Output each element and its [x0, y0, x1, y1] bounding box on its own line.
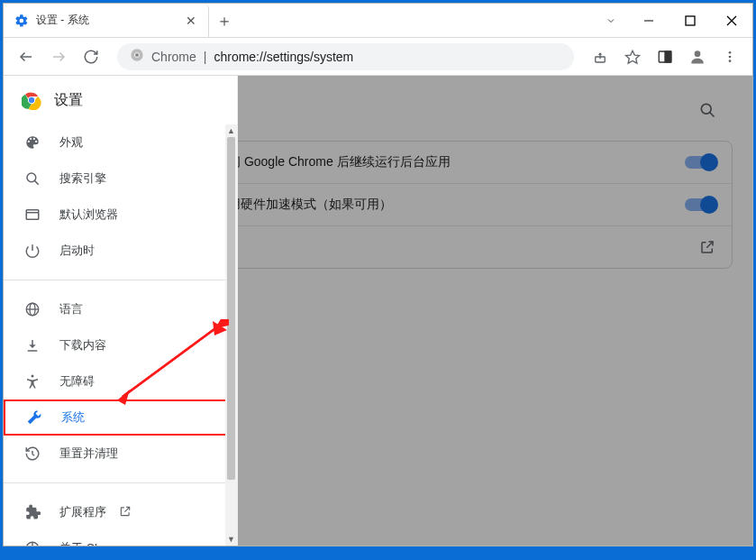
menu-button[interactable]	[716, 43, 743, 70]
sidebar-item-label: 默认浏览器	[59, 207, 118, 223]
dimmed-overlay	[238, 76, 752, 546]
search-icon	[23, 170, 41, 188]
new-tab-button[interactable]: ＋	[209, 4, 240, 37]
minimize-button[interactable]	[628, 4, 669, 37]
sidebar-item-search-engine[interactable]: 搜索引擎	[4, 161, 226, 197]
chrome-icon	[23, 539, 41, 546]
tab-close-button[interactable]: ✕	[183, 13, 199, 29]
sidebar-item-label: 下载内容	[59, 337, 106, 353]
tab-title: 设置 - 系统	[36, 13, 176, 28]
separator	[4, 280, 237, 280]
sidebar-item-system[interactable]: 系统	[4, 399, 230, 436]
palette-icon	[23, 133, 41, 151]
svg-point-31	[32, 375, 34, 378]
scroll-thumb[interactable]	[227, 137, 235, 480]
external-link-icon	[119, 505, 132, 520]
back-button[interactable]	[13, 43, 40, 70]
address-bar[interactable]: Chrome | chrome://settings/system	[117, 43, 574, 70]
sidebar-scrollbar[interactable]: ▲ ▼	[225, 124, 237, 546]
browser-window: 设置 - 系统 ✕ ＋ Chrome | chro	[3, 3, 753, 546]
sidebar-item-on-startup[interactable]: 启动时	[4, 233, 226, 269]
maximize-button[interactable]	[669, 4, 711, 37]
forward-button[interactable]	[45, 43, 72, 70]
wrench-icon	[25, 409, 43, 427]
browser-icon	[23, 206, 41, 224]
content-area: 设置 外观 搜索引擎 默认浏览器 启动时	[4, 76, 752, 546]
scroll-up-arrow[interactable]: ▲	[225, 124, 237, 137]
chrome-icon	[130, 48, 144, 65]
sidebar-item-label: 重置并清理	[59, 445, 118, 462]
url-path: chrome://settings/system	[214, 50, 353, 64]
sidebar-item-label: 系统	[61, 409, 85, 426]
svg-rect-23	[26, 210, 39, 220]
close-window-button[interactable]	[711, 4, 752, 37]
svg-rect-13	[665, 51, 671, 62]
sidebar-item-accessibility[interactable]: 无障碍	[4, 363, 226, 399]
settings-main: 关闭 Google Chrome 后继续运行后台应用 使用硬件加速模式（如果可用…	[238, 76, 752, 546]
sidebar-item-appearance[interactable]: 外观	[4, 124, 226, 161]
globe-icon	[23, 300, 41, 318]
svg-point-14	[695, 50, 701, 57]
svg-line-33	[32, 454, 34, 456]
sidebar-item-languages[interactable]: 语言	[4, 291, 226, 327]
sidebar-item-default-browser[interactable]: 默认浏览器	[4, 197, 226, 233]
titlebar: 设置 - 系统 ✕ ＋	[4, 4, 752, 38]
svg-rect-1	[686, 16, 695, 25]
sidebar-item-label: 语言	[59, 301, 83, 317]
chrome-logo-icon	[22, 90, 41, 110]
separator	[4, 482, 237, 483]
svg-marker-11	[626, 50, 640, 63]
sidebar-item-reset[interactable]: 重置并清理	[4, 436, 226, 472]
restore-icon	[23, 445, 41, 463]
browser-tab[interactable]: 设置 - 系统 ✕	[4, 4, 209, 37]
svg-point-16	[729, 55, 732, 58]
scroll-down-arrow[interactable]: ▼	[225, 533, 237, 546]
sidebar-header: 设置	[4, 76, 237, 124]
sidebar-item-downloads[interactable]: 下载内容	[4, 327, 226, 363]
sidebar-item-label: 关于 Chrome	[59, 540, 128, 546]
sidebar-item-extensions[interactable]: 扩展程序	[4, 494, 226, 530]
svg-point-17	[729, 60, 732, 62]
side-panel-button[interactable]	[651, 43, 679, 70]
svg-point-8	[135, 53, 139, 57]
svg-point-21	[27, 173, 36, 182]
power-icon	[23, 242, 41, 260]
sidebar-item-label: 无障碍	[59, 373, 95, 390]
sidebar-item-label: 扩展程序	[59, 504, 106, 520]
gear-icon	[14, 14, 29, 28]
extension-icon	[23, 503, 41, 521]
window-controls	[628, 4, 752, 37]
bookmark-button[interactable]	[619, 43, 646, 70]
svg-point-20	[29, 97, 34, 103]
svg-line-34	[124, 507, 129, 511]
svg-line-22	[34, 180, 38, 184]
tabs-dropdown-button[interactable]	[594, 4, 628, 37]
download-icon	[23, 336, 41, 354]
sidebar-list: 外观 搜索引擎 默认浏览器 启动时 语言	[4, 124, 237, 546]
reload-button[interactable]	[77, 43, 105, 70]
sidebar-item-label: 搜索引擎	[59, 170, 106, 187]
sidebar-item-label: 启动时	[59, 243, 95, 259]
profile-button[interactable]	[684, 43, 711, 70]
sidebar-title: 设置	[54, 91, 83, 110]
svg-point-15	[729, 51, 732, 54]
sidebar-item-about-chrome[interactable]: 关于 Chrome	[4, 530, 226, 546]
share-button[interactable]	[587, 43, 614, 70]
toolbar: Chrome | chrome://settings/system	[4, 38, 752, 76]
url-scheme: Chrome	[151, 50, 196, 64]
settings-sidebar: 设置 外观 搜索引擎 默认浏览器 启动时	[4, 76, 238, 546]
accessibility-icon	[23, 372, 41, 390]
sidebar-item-label: 外观	[59, 134, 83, 151]
